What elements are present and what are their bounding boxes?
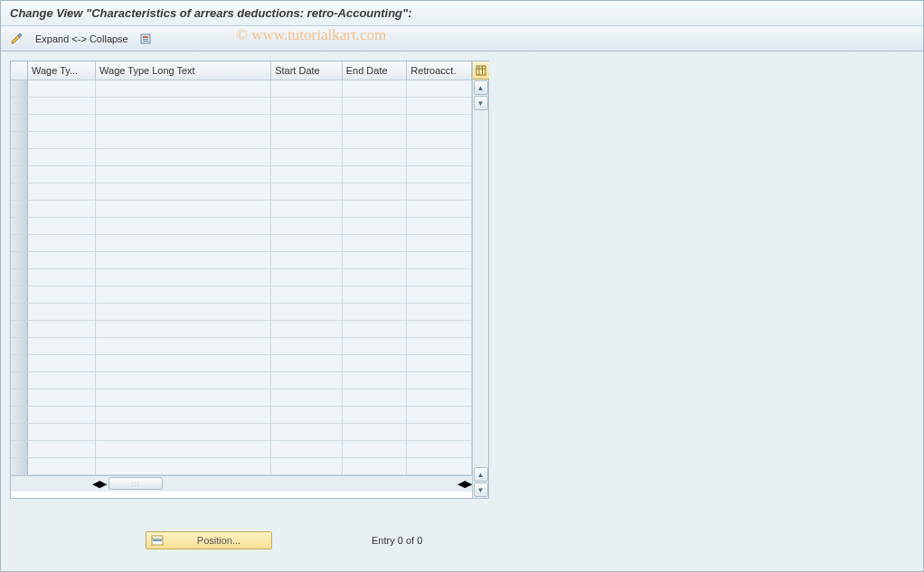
- cell-long-text[interactable]: [96, 251, 271, 268]
- cell-wage-type[interactable]: [27, 234, 95, 251]
- cell-end-date[interactable]: [342, 320, 407, 337]
- col-header-wage-type[interactable]: Wage Ty...: [27, 61, 95, 80]
- row-selector[interactable]: [11, 286, 27, 303]
- cell-long-text[interactable]: [96, 406, 271, 423]
- cell-long-text[interactable]: [96, 114, 271, 131]
- cell-wage-type[interactable]: [27, 371, 95, 389]
- hscroll-left-end-icon[interactable]: ◀: [457, 478, 465, 490]
- cell-end-date[interactable]: [342, 114, 407, 131]
- cell-retroacct[interactable]: [407, 251, 472, 268]
- cell-retroacct[interactable]: [407, 114, 472, 131]
- cell-long-text[interactable]: [96, 217, 271, 234]
- cell-start-date[interactable]: [271, 114, 343, 131]
- cell-retroacct[interactable]: [407, 234, 472, 251]
- table-row[interactable]: [11, 337, 472, 354]
- cell-retroacct[interactable]: [407, 371, 472, 389]
- cell-start-date[interactable]: [271, 320, 343, 337]
- cell-wage-type[interactable]: [27, 268, 95, 286]
- cell-end-date[interactable]: [342, 303, 407, 320]
- cell-wage-type[interactable]: [27, 80, 95, 97]
- cell-retroacct[interactable]: [407, 217, 472, 234]
- cell-retroacct[interactable]: [407, 423, 472, 440]
- row-selector[interactable]: [11, 97, 27, 114]
- row-selector[interactable]: [11, 389, 27, 406]
- cell-long-text[interactable]: [96, 423, 271, 440]
- row-selector[interactable]: [11, 303, 27, 320]
- cell-wage-type[interactable]: [27, 457, 95, 474]
- cell-retroacct[interactable]: [407, 200, 472, 217]
- cell-start-date[interactable]: [271, 97, 343, 114]
- cell-long-text[interactable]: [96, 183, 271, 200]
- cell-end-date[interactable]: [342, 423, 407, 440]
- cell-end-date[interactable]: [342, 406, 407, 423]
- hscroll-left-icon[interactable]: ◀: [92, 478, 99, 490]
- cell-wage-type[interactable]: [27, 320, 95, 337]
- cell-long-text[interactable]: [96, 234, 271, 251]
- position-button[interactable]: Position...: [146, 531, 272, 549]
- cell-retroacct[interactable]: [407, 131, 472, 148]
- cell-start-date[interactable]: [271, 165, 343, 183]
- table-row[interactable]: [11, 268, 472, 286]
- cell-end-date[interactable]: [342, 251, 407, 268]
- cell-retroacct[interactable]: [407, 80, 472, 97]
- row-selector[interactable]: [11, 131, 27, 148]
- cell-start-date[interactable]: [271, 440, 343, 457]
- cell-retroacct[interactable]: [407, 268, 472, 286]
- cell-retroacct[interactable]: [407, 440, 472, 457]
- cell-retroacct[interactable]: [407, 286, 472, 303]
- col-header-end-date[interactable]: End Date: [342, 61, 407, 80]
- table-row[interactable]: [11, 97, 472, 114]
- table-row[interactable]: [11, 303, 472, 320]
- table-row[interactable]: [11, 371, 472, 389]
- cell-start-date[interactable]: [271, 131, 343, 148]
- cell-start-date[interactable]: [271, 148, 343, 165]
- table-row[interactable]: [11, 234, 472, 251]
- cell-end-date[interactable]: [342, 234, 407, 251]
- table-row[interactable]: [11, 389, 472, 406]
- cell-retroacct[interactable]: [407, 457, 472, 474]
- table-row[interactable]: [11, 165, 472, 183]
- cell-start-date[interactable]: [271, 423, 343, 440]
- cell-end-date[interactable]: [342, 80, 407, 97]
- cell-wage-type[interactable]: [27, 389, 95, 406]
- cell-retroacct[interactable]: [407, 148, 472, 165]
- row-selector[interactable]: [11, 114, 27, 131]
- cell-wage-type[interactable]: [27, 406, 95, 423]
- cell-wage-type[interactable]: [27, 131, 95, 148]
- table-row[interactable]: [11, 286, 472, 303]
- cell-wage-type[interactable]: [27, 354, 95, 371]
- cell-long-text[interactable]: [96, 389, 271, 406]
- cell-retroacct[interactable]: [407, 303, 472, 320]
- cell-wage-type[interactable]: [27, 165, 95, 183]
- cell-long-text[interactable]: [96, 268, 271, 286]
- row-selector[interactable]: [11, 183, 27, 200]
- cell-start-date[interactable]: [271, 80, 343, 97]
- cell-long-text[interactable]: [96, 457, 271, 474]
- cell-retroacct[interactable]: [407, 337, 472, 354]
- row-selector[interactable]: [11, 371, 27, 389]
- cell-long-text[interactable]: [96, 286, 271, 303]
- cell-start-date[interactable]: [271, 389, 343, 406]
- row-selector[interactable]: [11, 200, 27, 217]
- row-selector[interactable]: [11, 148, 27, 165]
- cell-wage-type[interactable]: [27, 97, 95, 114]
- cell-end-date[interactable]: [342, 286, 407, 303]
- table-row[interactable]: [11, 423, 472, 440]
- hscroll-right-end-icon[interactable]: ▶: [465, 478, 472, 490]
- cell-start-date[interactable]: [271, 234, 343, 251]
- cell-long-text[interactable]: [96, 131, 271, 148]
- table-row[interactable]: [11, 457, 472, 474]
- row-selector[interactable]: [11, 354, 27, 371]
- row-selector[interactable]: [11, 440, 27, 457]
- cell-retroacct[interactable]: [407, 97, 472, 114]
- hscroll-thumb[interactable]: :::: [108, 477, 163, 490]
- cell-end-date[interactable]: [342, 183, 407, 200]
- cell-retroacct[interactable]: [407, 165, 472, 183]
- table-row[interactable]: [11, 354, 472, 371]
- cell-wage-type[interactable]: [27, 183, 95, 200]
- hscroll-right-inner-icon[interactable]: ▶: [99, 478, 107, 490]
- row-selector[interactable]: [11, 406, 27, 423]
- cell-start-date[interactable]: [271, 406, 343, 423]
- cell-end-date[interactable]: [342, 268, 407, 286]
- cell-end-date[interactable]: [342, 354, 407, 371]
